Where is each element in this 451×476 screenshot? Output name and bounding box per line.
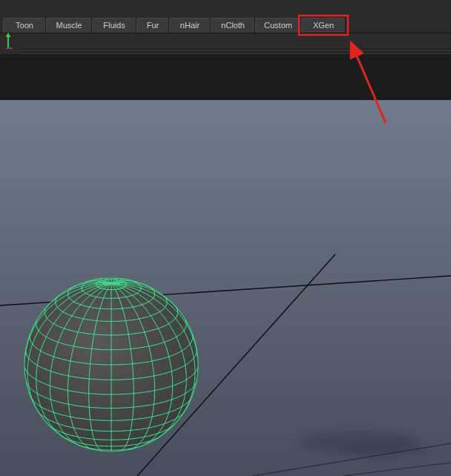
shelf-row	[0, 33, 451, 49]
wireframe-sphere	[24, 278, 198, 452]
maya-window: Toon Muscle Fluids Fur nHair nCloth Cust…	[0, 0, 451, 476]
panel-dark-strip	[0, 54, 451, 100]
shelf-tab-xgen[interactable]: XGen	[301, 18, 346, 33]
shelf-tab-toon[interactable]: Toon	[3, 18, 46, 33]
groove-line	[21, 53, 451, 53]
shelf-tab-fur[interactable]: Fur	[136, 18, 169, 33]
shelf-tab-ncloth[interactable]: nCloth	[211, 18, 255, 33]
viewport-canvas[interactable]	[0, 100, 451, 476]
shelf-tab-custom[interactable]: Custom	[255, 18, 301, 33]
groove-line	[21, 50, 451, 50]
shelf-tab-nhair[interactable]: nHair	[169, 18, 211, 33]
shelf-tab-fluids[interactable]: Fluids	[92, 18, 136, 33]
shelf-tabs: Toon Muscle Fluids Fur nHair nCloth Cust…	[3, 18, 346, 33]
shelf-tab-muscle[interactable]: Muscle	[46, 18, 92, 33]
